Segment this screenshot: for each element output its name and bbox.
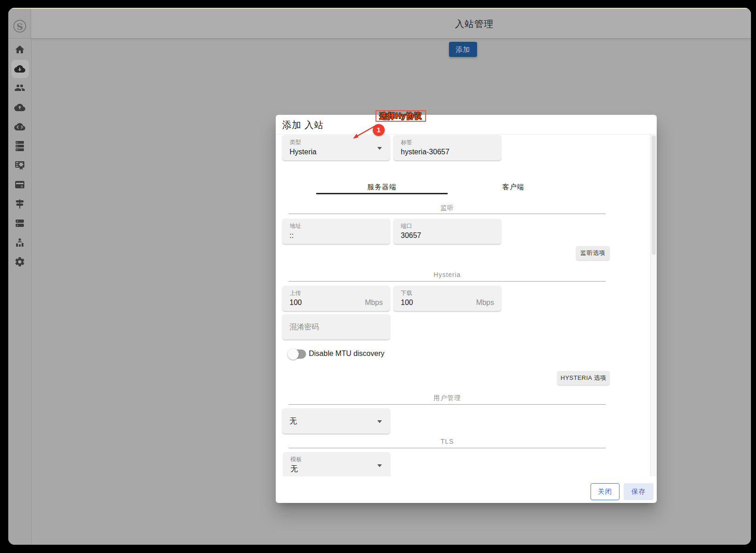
sidebar-item-clients[interactable]: [14, 82, 25, 93]
users-section-heading: 用户管理: [289, 394, 606, 402]
add-inbound-button[interactable]: 添加: [449, 42, 477, 57]
download-label: 下载: [401, 289, 412, 297]
sidebar-item-admin[interactable]: [14, 237, 25, 248]
sidebar-item-dns[interactable]: [14, 141, 25, 152]
active-tab-underline: [316, 193, 448, 194]
screenshot-stage: S: [0, 0, 756, 553]
annotation-arrow: [348, 121, 381, 141]
hysteria-section-heading: Hysteria: [289, 271, 606, 278]
upload-value: 100: [290, 299, 302, 307]
type-label: 类型: [290, 139, 301, 147]
users-select[interactable]: 无: [282, 408, 390, 434]
tls-section-heading: TLS: [289, 438, 606, 445]
dialog-body: 类型 Hysteria 标签 hysteria-30657 服务器端 客户端 监…: [276, 134, 657, 476]
tls-section-divider: [289, 448, 606, 448]
listen-address-label: 地址: [290, 222, 301, 230]
listen-port-value: 30657: [401, 231, 421, 240]
subscription-card-gear-icon: [14, 179, 25, 190]
rules-cloud-code-icon: [14, 121, 25, 132]
listen-address-value: ::: [290, 231, 294, 240]
clients-users-icon: [14, 82, 25, 93]
sidebar-item-nodes[interactable]: [14, 218, 25, 229]
tls-certificate-icon: [14, 160, 25, 171]
download-unit: Mbps: [476, 299, 494, 307]
sidebar-item-outbounds[interactable]: [14, 102, 25, 113]
sidebar: S: [8, 8, 32, 545]
sidebar-item-routing[interactable]: [14, 198, 25, 209]
tag-value: hysteria-30657: [401, 148, 449, 156]
nodes-server-icon: [14, 218, 25, 229]
sidebar-item-tls[interactable]: [14, 160, 25, 171]
sidebar-divider: [8, 38, 31, 39]
outbounds-cloud-upload-icon: [14, 102, 25, 113]
admin-user-chart-icon: [14, 237, 25, 248]
sidebar-item-rules[interactable]: [14, 121, 25, 132]
page-title: 入站管理: [455, 18, 494, 30]
listen-port-input[interactable]: 端口 30657: [393, 219, 501, 244]
listen-section-heading: 监听: [289, 204, 606, 212]
window-top-highlight: [8, 8, 751, 9]
app-logo: S: [13, 20, 26, 33]
sidebar-item-home[interactable]: [14, 44, 25, 55]
dialog-scrollbar-thumb[interactable]: [652, 135, 656, 255]
hysteria-options-button[interactable]: HYSTERIA 选项: [557, 371, 609, 385]
tls-template-select[interactable]: 模板 无: [283, 452, 390, 476]
close-button[interactable]: 关闭: [591, 483, 620, 500]
listen-address-input[interactable]: 地址 ::: [282, 219, 390, 244]
download-speed-input[interactable]: 下载 100 Mbps: [393, 286, 501, 311]
listen-section-divider: [289, 214, 606, 214]
download-value: 100: [401, 299, 413, 307]
dialog-scrollbar-track[interactable]: [650, 135, 657, 476]
tls-template-value: 无: [290, 464, 298, 474]
tls-template-label: 模板: [290, 456, 302, 463]
dialog-title: 添加 入站: [282, 119, 324, 131]
chevron-down-icon: [377, 464, 382, 467]
settings-gear-icon: [14, 256, 25, 267]
type-value: Hysteria: [290, 148, 317, 156]
tab-client-side[interactable]: 客户端: [448, 183, 579, 192]
save-button[interactable]: 保存: [624, 483, 654, 500]
routing-signpost-icon: [14, 198, 25, 209]
obfs-password-placeholder: 混淆密码: [290, 322, 319, 332]
sidebar-item-settings[interactable]: [14, 256, 25, 267]
hysteria-section-divider: [289, 281, 606, 282]
home-icon: [14, 44, 25, 55]
chevron-down-icon: [377, 147, 382, 150]
dns-server-icon: [14, 141, 25, 152]
listen-port-label: 端口: [401, 222, 412, 230]
tag-label: 标签: [401, 139, 412, 147]
users-select-value: 无: [290, 416, 297, 426]
users-section-divider: [289, 404, 606, 405]
sidebar-item-inbounds[interactable]: [14, 63, 25, 74]
upload-label: 上传: [290, 289, 301, 297]
tag-input[interactable]: 标签 hysteria-30657: [393, 135, 501, 160]
upload-speed-input[interactable]: 上传 100 Mbps: [282, 286, 390, 311]
app-header: [31, 8, 751, 39]
add-inbound-dialog: 添加 入站 类型 Hysteria 标签 hysteria-30657 服务器端…: [276, 115, 657, 503]
obfs-password-input[interactable]: 混淆密码: [282, 314, 390, 339]
sidebar-item-subscription[interactable]: [14, 179, 25, 190]
tab-server-side[interactable]: 服务器端: [316, 183, 448, 192]
annotation-callout: 选择Hy协议: [375, 110, 426, 122]
upload-unit: Mbps: [365, 299, 383, 307]
mtu-toggle-thumb[interactable]: [288, 349, 299, 360]
inbounds-cloud-download-icon: [14, 63, 25, 74]
listen-options-button[interactable]: 监听选项: [576, 246, 609, 260]
mtu-toggle-label: Disable MTU discovery: [309, 350, 384, 358]
chevron-down-icon: [377, 420, 382, 423]
